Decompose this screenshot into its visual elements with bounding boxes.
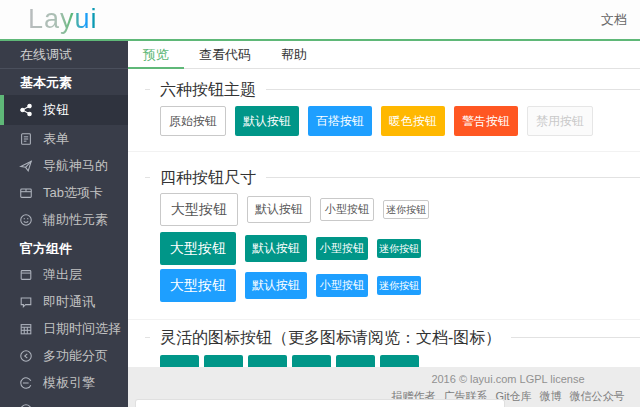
tab-help[interactable]: 帮助 [266, 41, 322, 68]
sidebar-item-label: 模板引擎 [43, 374, 95, 392]
default-size-button[interactable]: 默认按钮 [245, 235, 307, 262]
sidebar-item-label: 辅助性元素 [43, 211, 108, 229]
app-header: Layui 文档 [0, 0, 640, 41]
mini-button[interactable]: 迷你按钮 [383, 200, 429, 219]
sidebar-item-label: 日期时间选择 [43, 320, 121, 338]
sidebar-item-layer[interactable]: 弹出层 [0, 261, 128, 288]
sidebar-item-label: 多功能分页 [43, 347, 108, 365]
section-title-icon-buttons: 灵活的图标按钮（更多图标请阅览：文档-图标） [150, 328, 511, 348]
chat-icon [19, 295, 33, 309]
sidebar-item-tab[interactable]: Tab选项卡 [0, 179, 128, 206]
small-button[interactable]: 小型按钮 [316, 237, 368, 260]
sidebar-item-label: 按钮 [43, 101, 69, 119]
danger-button[interactable]: 警告按钮 [454, 106, 518, 136]
footer-link-wechat[interactable]: 微信公众号 [570, 390, 625, 402]
share-icon [19, 103, 33, 117]
sidebar-item-pagination[interactable]: 多功能分页 [0, 342, 128, 369]
large-button[interactable]: 大型按钮 [160, 232, 236, 265]
window-icon [19, 268, 33, 282]
layui-logo: Layui [28, 4, 98, 35]
sidebar-item-partial[interactable] [0, 396, 128, 407]
section-title-sizes: 四种按钮尺寸 [150, 168, 266, 188]
default-size-button[interactable]: 默认按钮 [247, 196, 311, 223]
engine-icon [19, 376, 33, 390]
sidebar-item-label: 弹出层 [43, 266, 82, 284]
icon-button[interactable] [380, 355, 419, 367]
footer: 2016 © layui.com LGPL license 捐赠作者广告联系Gi… [128, 367, 640, 407]
icon-button[interactable] [160, 355, 199, 367]
warm-button[interactable]: 暖色按钮 [381, 106, 445, 136]
icon-button[interactable] [204, 355, 243, 367]
disabled-button: 禁用按钮 [527, 106, 593, 136]
size-row-blue: 大型按钮 默认按钮 小型按钮 迷你按钮 [145, 269, 640, 302]
form-icon [19, 132, 33, 146]
sidebar-item-label: 表单 [43, 130, 69, 148]
tab-preview[interactable]: 预览 [128, 41, 184, 68]
preview-content: 六种按钮主题 原始按钮 默认按钮 百搭按钮 暖色按钮 警告按钮 禁用按钮 四种按… [128, 89, 640, 367]
default-size-button[interactable]: 默认按钮 [245, 272, 307, 299]
partial-panel [135, 399, 505, 407]
smile-icon [19, 213, 33, 227]
section-divider [128, 319, 640, 320]
size-row-green: 大型按钮 默认按钮 小型按钮 迷你按钮 [145, 232, 640, 265]
tab-bar: 预览 查看代码 帮助 [128, 41, 640, 69]
tab-view-code[interactable]: 查看代码 [184, 41, 266, 68]
size-row-primitive: 大型按钮 默认按钮 小型按钮 迷你按钮 [145, 193, 640, 226]
circle-icon [19, 403, 33, 407]
tab-icon [19, 186, 33, 200]
sidebar-item-label: 导航神马的 [43, 157, 108, 175]
sidebar-item-button[interactable]: 按钮 [0, 95, 128, 125]
icon-buttons-row [145, 355, 640, 367]
calendar-icon [19, 322, 33, 336]
footer-link-weibo[interactable]: 微博 [540, 390, 562, 402]
sidebar-item-template-engine[interactable]: 模板引擎 [0, 369, 128, 396]
sidebar: 在线调试 基本元素 按钮 表单 导航神马的 [0, 41, 128, 407]
section-title-themes: 六种按钮主题 [150, 80, 266, 100]
large-button[interactable]: 大型按钮 [160, 269, 236, 302]
sidebar-item-label: Tab选项卡 [43, 184, 103, 202]
sidebar-item-auxiliary[interactable]: 辅助性元素 [0, 206, 128, 233]
doc-link[interactable]: 文档 [601, 0, 627, 39]
primitive-button[interactable]: 原始按钮 [160, 106, 226, 136]
main-panel: 预览 查看代码 帮助 六种按钮主题 原始按钮 默认按钮 百搭按钮 暖色按钮 警告… [128, 41, 640, 367]
sidebar-item-nav[interactable]: 导航神马的 [0, 152, 128, 179]
mini-button[interactable]: 迷你按钮 [377, 239, 421, 258]
sidebar-section-official-components: 官方组件 [0, 237, 128, 261]
icon-button[interactable] [248, 355, 287, 367]
copyright-text: 2016 © layui.com LGPL license [382, 373, 634, 385]
large-button[interactable]: 大型按钮 [160, 193, 238, 226]
sidebar-item-datetime[interactable]: 日期时间选择 [0, 315, 128, 342]
sidebar-section-basic-elements: 基本元素 [0, 71, 128, 95]
icon-button[interactable] [292, 355, 331, 367]
small-button[interactable]: 小型按钮 [316, 274, 368, 297]
small-button[interactable]: 小型按钮 [320, 198, 374, 221]
section-divider [128, 151, 640, 152]
sidebar-item-online-debug[interactable]: 在线调试 [0, 41, 128, 69]
versatile-button[interactable]: 百搭按钮 [308, 106, 372, 136]
pagination-icon [19, 349, 33, 363]
mini-button[interactable]: 迷你按钮 [377, 276, 421, 295]
default-button[interactable]: 默认按钮 [235, 106, 299, 136]
send-icon [19, 159, 33, 173]
sidebar-item-im[interactable]: 即时通讯 [0, 288, 128, 315]
icon-button[interactable] [336, 355, 375, 367]
sidebar-item-form[interactable]: 表单 [0, 125, 128, 152]
sidebar-item-label: 即时通讯 [43, 293, 95, 311]
theme-buttons-row: 原始按钮 默认按钮 百搭按钮 暖色按钮 警告按钮 禁用按钮 [145, 106, 640, 136]
